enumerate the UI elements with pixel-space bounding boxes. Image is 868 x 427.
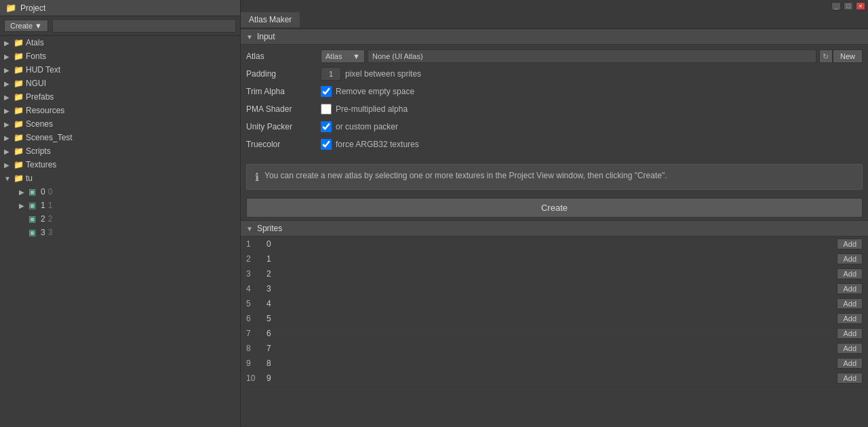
sprite-add-button[interactable]: Add	[837, 253, 863, 264]
padding-input[interactable]	[321, 67, 341, 81]
sprite-add-button[interactable]: Add	[837, 313, 863, 324]
sprite-add-button[interactable]: Add	[837, 298, 863, 309]
folder-icon: 📁	[14, 160, 26, 169]
tree-arrow-icon	[4, 161, 14, 169]
tree-arrow-icon	[19, 202, 28, 209]
sprite-row: 4 3 Add	[241, 281, 868, 296]
dropdown-chevron-icon: ▼	[353, 52, 360, 60]
sprites-collapse-icon[interactable]: ▼	[246, 225, 253, 232]
info-box: ℹ You can create a new atlas by selectin…	[246, 164, 863, 190]
padding-desc: pixel between sprites	[345, 69, 421, 79]
close-button[interactable]: ×	[856, 2, 865, 10]
truecolor-label: Truecolor	[246, 140, 321, 149]
tree-item-hudtext[interactable]: 📁 HUD Text	[0, 63, 240, 77]
tree-item-prefabs[interactable]: 📁 Prefabs	[0, 90, 240, 104]
trim-alpha-checkbox[interactable]	[321, 86, 332, 97]
section-collapse-icon[interactable]: ▼	[246, 33, 253, 41]
sprite-value: 1	[267, 254, 837, 264]
tree-item-tu-2[interactable]: ▣ 2 2	[0, 212, 240, 226]
folder-icon: 📁	[14, 79, 26, 88]
sprite-value: 2	[267, 269, 837, 279]
maximize-button[interactable]: □	[844, 2, 853, 10]
tree-item-label: Scenes	[26, 119, 53, 129]
tree-item-label: tu	[26, 174, 33, 183]
sprite-value: 6	[267, 329, 837, 338]
tree-item-label: Scenes_Test	[26, 133, 73, 142]
tree-arrow-icon	[4, 39, 14, 47]
tree-item-scenes-test[interactable]: 📁 Scenes_Test	[0, 131, 240, 144]
tree-item-tu-1[interactable]: ▣ 1 1	[0, 199, 240, 212]
tree-item-tu[interactable]: 📁 tu	[0, 171, 240, 185]
tree-item-label: HUD Text	[26, 65, 60, 75]
sprite-row: 9 8 Add	[241, 356, 868, 371]
sprite-number: 7	[246, 329, 267, 338]
folder-icon: 📁	[14, 146, 26, 156]
folder-icon: 📁	[14, 52, 26, 61]
folder-icon: 📁	[14, 65, 26, 75]
sprite-value: 8	[267, 359, 837, 368]
tree-arrow-icon	[4, 175, 14, 182]
atlas-dropdown[interactable]: Atlas ▼	[321, 49, 365, 63]
sprite-number: 5	[246, 299, 267, 308]
sprite-add-button[interactable]: Add	[837, 328, 863, 339]
tree-item-textures[interactable]: 📁 Textures	[0, 158, 240, 171]
trim-alpha-desc: Remove empty space	[336, 87, 414, 96]
tree-arrow-icon	[4, 107, 14, 115]
sprite-row: 1 0 Add	[241, 237, 868, 251]
tree-item-label: 1	[41, 201, 45, 210]
atlas-maker-tab[interactable]: Atlas Maker	[241, 12, 300, 28]
info-icon: ℹ	[255, 171, 259, 184]
sprite-add-button[interactable]: Add	[837, 239, 863, 249]
sprite-row: 7 6 Add	[241, 326, 868, 341]
atlas-value-input[interactable]	[368, 49, 816, 63]
tree-item-atals[interactable]: 📁 Atals	[0, 36, 240, 49]
tree-item-fonts[interactable]: 📁 Fonts	[0, 49, 240, 63]
sprite-add-button[interactable]: Add	[837, 268, 863, 279]
tree-item-label: 2	[41, 214, 45, 224]
trim-alpha-row: Trim Alpha Remove empty space	[246, 84, 863, 99]
sprite-value: 0	[267, 239, 837, 249]
search-input[interactable]	[52, 19, 236, 33]
sprite-add-button[interactable]: Add	[837, 343, 863, 354]
pma-shader-row: PMA Shader Pre-multiplied alpha	[246, 102, 863, 117]
sprite-number: 10	[246, 373, 267, 383]
tree-item-resources[interactable]: 📁 Resources	[0, 104, 240, 117]
tree-arrow-icon	[4, 134, 14, 142]
new-button[interactable]: New	[833, 49, 863, 63]
tree-item-label: Resources	[26, 106, 64, 115]
folder-icon: 📁	[14, 174, 26, 183]
tree-item-scripts[interactable]: 📁 Scripts	[0, 144, 240, 158]
tree-item-label: 0	[41, 187, 45, 197]
pma-shader-label: PMA Shader	[246, 104, 321, 114]
tree-item-tu-0[interactable]: ▣ 0 0	[0, 185, 240, 199]
sprite-value: 3	[267, 284, 837, 293]
truecolor-checkbox[interactable]	[321, 139, 332, 150]
create-button[interactable]: Create ▼	[4, 20, 48, 32]
sprite-number: 8	[246, 344, 267, 353]
file-icon: ▣	[28, 228, 41, 237]
tree-item-ngui[interactable]: 📁 NGUI	[0, 77, 240, 90]
sprite-add-button[interactable]: Add	[837, 283, 863, 294]
refresh-button[interactable]: ↻	[819, 49, 833, 63]
tree-item-suffix: 2	[48, 214, 53, 224]
tree-item-label: Scripts	[26, 146, 51, 156]
tree-item-label: Textures	[26, 160, 56, 169]
project-header: 📁 Project	[0, 0, 240, 16]
file-icon: ▣	[28, 201, 41, 210]
sprite-value: 5	[267, 314, 837, 323]
pma-shader-checkbox[interactable]	[321, 104, 332, 115]
minimize-button[interactable]: _	[831, 2, 841, 10]
tree-item-tu-3[interactable]: ▣ 3 3	[0, 226, 240, 239]
atlas-maker-panel: _ □ × Atlas Maker ▼ Input Atlas Atlas ▼ …	[241, 0, 868, 427]
tree-item-suffix: 0	[48, 187, 53, 197]
unity-packer-desc: or custom packer	[336, 122, 398, 131]
unity-packer-checkbox[interactable]	[321, 121, 332, 132]
info-text: You can create a new atlas by selecting …	[264, 170, 667, 182]
tree-arrow-icon	[4, 66, 14, 74]
file-icon: ▣	[28, 214, 41, 224]
create-button-large[interactable]: Create	[246, 198, 863, 218]
folder-icon: 📁	[14, 106, 26, 115]
sprite-add-button[interactable]: Add	[837, 358, 863, 369]
tree-item-scenes[interactable]: 📁 Scenes	[0, 117, 240, 131]
sprite-add-button[interactable]: Add	[837, 373, 863, 384]
